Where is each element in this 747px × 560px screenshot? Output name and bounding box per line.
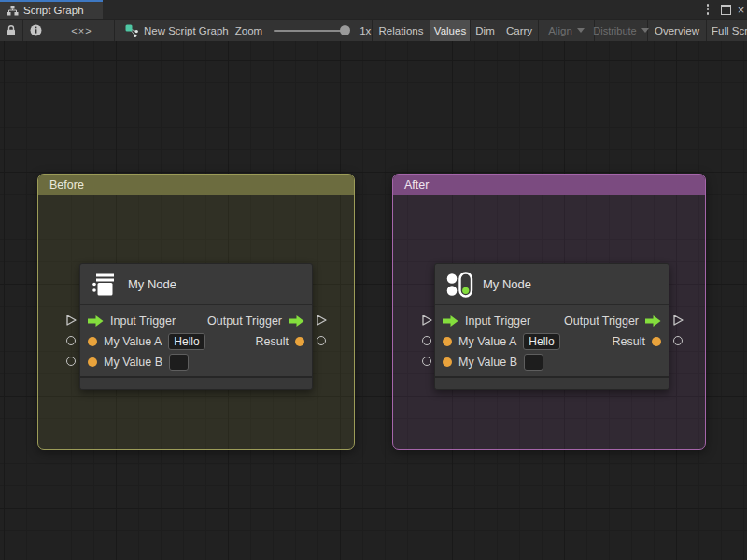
- port-label-value-a: My Value A: [104, 335, 162, 348]
- orange-dot-icon[interactable]: [88, 337, 97, 346]
- port-row-value-a: My Value A Hello Result: [80, 331, 312, 352]
- zoom-label: Zoom: [235, 25, 262, 36]
- button-label: Dim: [475, 25, 494, 36]
- node-header[interactable]: My Node: [80, 264, 312, 305]
- port-label-input-trigger: Input Trigger: [110, 315, 176, 328]
- tab-label: Script Graph: [23, 5, 84, 16]
- script-graph-icon: [125, 24, 138, 37]
- window-maximize-button[interactable]: [718, 0, 733, 19]
- toolbar-button-carry[interactable]: Carry: [500, 20, 539, 41]
- value-b-input[interactable]: [169, 354, 189, 371]
- toolbar-button-overview[interactable]: Overview: [648, 20, 707, 41]
- close-icon: ×: [738, 4, 745, 16]
- node-port-rows: Input Trigger Output Trigger My Value A …: [80, 305, 312, 376]
- window-close-button[interactable]: ×: [735, 0, 747, 19]
- button-label: Values: [434, 25, 466, 36]
- green-arrow-icon[interactable]: [443, 315, 458, 327]
- zoom-slider[interactable]: [274, 25, 348, 35]
- group-title: Before: [49, 178, 84, 191]
- value-a-input[interactable]: Hello: [523, 333, 559, 350]
- port-label-value-b: My Value B: [458, 356, 517, 369]
- graph-hierarchy-icon: [7, 5, 19, 17]
- green-arrow-icon[interactable]: [289, 315, 304, 327]
- group-title: After: [404, 178, 429, 191]
- toolbar-button-relations[interactable]: Relations: [373, 20, 430, 41]
- port-row-trigger: Input Trigger Output Trigger: [80, 311, 312, 331]
- external-value-input-port[interactable]: [66, 336, 76, 345]
- node-footer: [80, 376, 312, 389]
- toolbar-button-fullscreen[interactable]: Full Scr: [707, 20, 747, 41]
- group-before-header[interactable]: Before: [38, 175, 354, 195]
- group-after-header[interactable]: After: [393, 175, 705, 195]
- port-label-value-a: My Value A: [458, 335, 516, 348]
- tab-strip: Script Graph ×: [0, 0, 747, 19]
- lock-icon: [6, 24, 17, 36]
- window-menu-button[interactable]: [701, 0, 714, 19]
- external-value-input-port[interactable]: [422, 336, 431, 345]
- port-label-output-trigger: Output Trigger: [207, 315, 282, 328]
- orange-dot-icon[interactable]: [443, 337, 452, 346]
- node-title: My Node: [128, 277, 176, 291]
- toolbar-button-align[interactable]: Align: [539, 20, 595, 41]
- node-my-node-before[interactable]: My Node Input Trigger Output Trigger My …: [79, 263, 313, 390]
- graph-title-cell: New Script Graph: [115, 20, 234, 41]
- node-my-node-after[interactable]: My Node Input Trigger Output Trigger My …: [434, 263, 669, 390]
- external-value-input-port[interactable]: [422, 357, 431, 366]
- external-flow-output-port[interactable]: [315, 314, 328, 327]
- toolbar-button-distribute[interactable]: Distribute: [595, 20, 648, 41]
- node-port-rows: Input Trigger Output Trigger My Value A …: [435, 305, 669, 376]
- port-label-output-trigger: Output Trigger: [564, 315, 639, 328]
- value-b-input[interactable]: [524, 354, 543, 371]
- button-label: Carry: [506, 25, 532, 36]
- graph-toolbar: <×> New Script Graph Zoom 1x Relations V…: [0, 19, 747, 41]
- external-flow-output-port[interactable]: [671, 314, 684, 327]
- node-footer: [435, 376, 669, 389]
- external-flow-input-port[interactable]: [64, 314, 78, 327]
- graph-name-label: New Script Graph: [144, 25, 229, 36]
- lock-button[interactable]: [0, 20, 23, 41]
- graph-canvas[interactable]: Before After My Node: [0, 41, 747, 560]
- node-header[interactable]: My Node: [435, 264, 669, 305]
- code-view-button[interactable]: <×>: [49, 20, 115, 41]
- zoom-control: Zoom 1x: [234, 20, 373, 41]
- info-button[interactable]: [23, 20, 49, 41]
- orange-dot-icon[interactable]: [652, 337, 661, 346]
- external-value-input-port[interactable]: [66, 357, 76, 366]
- port-row-value-b: My Value B: [80, 352, 312, 372]
- port-label-value-b: My Value B: [104, 356, 162, 369]
- button-label: Align: [548, 25, 572, 36]
- value-a-input[interactable]: Hello: [168, 333, 204, 350]
- unity-script-graph-window: Script Graph × <×>: [0, 0, 747, 560]
- orange-dot-icon[interactable]: [88, 357, 97, 367]
- zoom-slider-handle[interactable]: [340, 25, 350, 35]
- tab-script-graph[interactable]: Script Graph: [0, 0, 103, 19]
- button-label: Overview: [655, 25, 699, 36]
- chevron-down-icon: [577, 28, 585, 33]
- green-arrow-icon[interactable]: [645, 315, 661, 327]
- orange-dot-icon[interactable]: [443, 357, 452, 367]
- port-label-input-trigger: Input Trigger: [465, 315, 530, 328]
- port-label-result: Result: [256, 335, 289, 348]
- toolbar-button-dim[interactable]: Dim: [471, 20, 500, 41]
- info-icon: [30, 24, 42, 36]
- button-label: Relations: [379, 25, 424, 36]
- external-flow-input-port[interactable]: [420, 314, 433, 327]
- green-arrow-icon[interactable]: [88, 315, 104, 327]
- default-unit-icon: [91, 271, 119, 299]
- external-value-output-port[interactable]: [317, 336, 326, 345]
- button-label: Distribute: [593, 25, 636, 36]
- zoom-value: 1x: [359, 25, 371, 36]
- maximize-icon: [721, 5, 731, 15]
- port-row-value-a: My Value A Hello Result: [435, 331, 669, 352]
- node-title: My Node: [483, 277, 531, 291]
- code-icon: <×>: [71, 25, 92, 36]
- toggle-unit-icon: [445, 271, 473, 299]
- toolbar-button-values[interactable]: Values: [430, 20, 471, 41]
- external-value-output-port[interactable]: [673, 336, 683, 345]
- kebab-menu-icon: [707, 4, 710, 15]
- port-row-trigger: Input Trigger Output Trigger: [435, 311, 669, 331]
- port-label-result: Result: [613, 335, 645, 348]
- zoom-slider-track: [274, 30, 348, 32]
- port-row-value-b: My Value B: [435, 352, 669, 372]
- orange-dot-icon[interactable]: [295, 337, 304, 346]
